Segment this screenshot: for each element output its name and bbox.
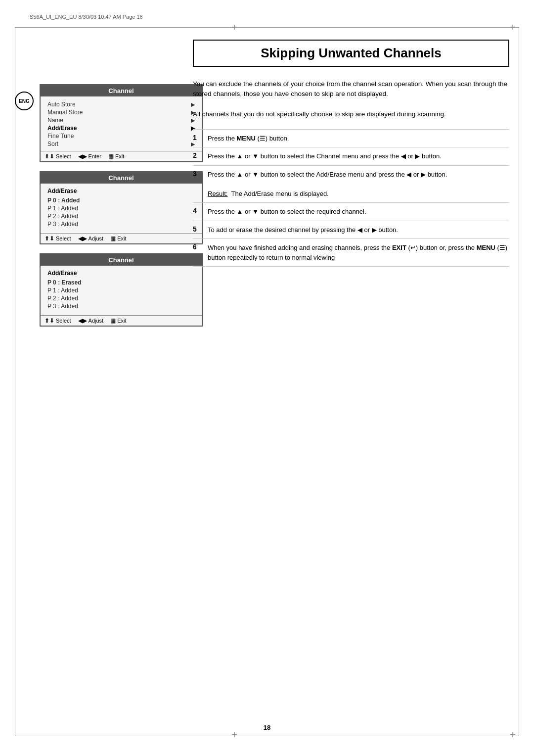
crosshair-bottom-right: [508, 730, 517, 739]
step-4-num: 4: [193, 207, 208, 215]
step-2: 2 Press the ▲ or ▼ button to select the …: [193, 147, 509, 166]
step-3-result-label: Result:: [208, 190, 227, 197]
screen2-footer-exit: ▦ Exit: [110, 235, 126, 242]
screen2-p3: P 3 : Added: [47, 220, 195, 228]
screen-mockup-2: Channel Add/Erase P 0 : Added P 1 : Adde…: [40, 171, 203, 244]
step-4-text: Press the ▲ or ▼ button to select the re…: [208, 207, 509, 217]
screen2-footer-select: ⬆⬇ Select: [44, 235, 71, 242]
intro-para2: All channels that you do not specificall…: [193, 109, 509, 119]
page-number: 18: [264, 724, 270, 731]
screen1-footer-select: ⬆⬇ Select: [44, 153, 71, 160]
step-1-text: Press the MENU (☰) button.: [208, 134, 509, 143]
menu-item-sort-label: Sort: [47, 141, 58, 147]
screen-mockup-3: Channel Add/Erase P 0 : Erased P 1 : Add…: [40, 253, 203, 327]
select3-updown-icon: ⬆⬇: [44, 317, 54, 324]
screen2-p0: P 0 : Added: [47, 196, 195, 204]
screen1-footer-enter: ◀▶ Enter: [78, 153, 101, 160]
screen3-footer-exit: ▦ Exit: [110, 317, 126, 324]
adjust3-leftright-icon: ◀▶: [78, 317, 87, 324]
steps-table: 1 Press the MENU (☰) button. 2 Press the…: [193, 129, 509, 267]
menu-item-adderase-label: Add/Erase: [47, 125, 77, 132]
screen3-footer: ⬆⬇ Select ◀▶ Adjust ▦ Exit: [41, 315, 202, 326]
step-6-num: 6: [193, 243, 208, 251]
screen3-footer-select: ⬆⬇ Select: [44, 317, 71, 324]
screen1-footer-exit: ▦ Exit: [108, 153, 124, 160]
screen1-exit-label: Exit: [115, 153, 124, 159]
screen2-body: Add/Erase P 0 : Added P 1 : Added P 2 : …: [41, 184, 202, 233]
menu-item-finetune: Fine Tune: [47, 132, 195, 140]
screen3-adjust-label: Adjust: [89, 318, 104, 324]
left-panel: Channel Auto Store ▶ Manual Store ▶ Name…: [40, 40, 203, 335]
menu-item-autostore: Auto Store ▶: [47, 100, 195, 108]
screen2-header: Channel: [41, 172, 202, 184]
exit2-grid-icon: ▦: [110, 235, 116, 242]
page-border-left: [15, 27, 15, 736]
screen1-header: Channel: [41, 85, 202, 96]
page-title-box: Skipping Unwanted Channels: [193, 40, 509, 67]
menu-item-adderase: Add/Erase ▶: [47, 124, 195, 132]
step-3-num: 3: [193, 170, 208, 178]
crosshair-bottom-left: [230, 730, 239, 739]
page-border-bottom: [15, 736, 519, 736]
adjust-leftright-icon: ◀▶: [78, 235, 87, 242]
screen2-adjust-label: Adjust: [89, 236, 104, 241]
step-2-num: 2: [193, 151, 208, 159]
screen3-section-title: Add/Erase: [47, 270, 195, 277]
select-updown-icon: ⬆⬇: [44, 153, 54, 160]
screen2-p1: P 1 : Added: [47, 204, 195, 212]
menu-item-name-label: Name: [47, 117, 63, 124]
screen3-footer-adjust: ◀▶ Adjust: [78, 317, 104, 324]
screen2-section-title: Add/Erase: [47, 188, 195, 194]
screen1-footer: ⬆⬇ Select ◀▶ Enter ▦ Exit: [41, 151, 202, 161]
step-6-text: When you have finished adding and erasin…: [208, 243, 509, 262]
screen3-header: Channel: [41, 254, 202, 266]
exit3-grid-icon: ▦: [110, 317, 116, 324]
screen3-p0: P 0 : Erased: [47, 279, 195, 286]
step-5-num: 5: [193, 225, 208, 233]
menu-item-sort: Sort ▶: [47, 140, 195, 148]
screen1-select-label: Select: [56, 153, 71, 159]
select2-updown-icon: ⬆⬇: [44, 235, 54, 242]
step-3-text: Press the ▲ or ▼ button to select the Ad…: [208, 170, 509, 199]
eng-badge: ENG: [15, 92, 34, 110]
screen2-footer-adjust: ◀▶ Adjust: [78, 235, 104, 242]
header-meta: S56A_UI_ENG_EU 8/30/03 10:47 AM Page 18: [30, 14, 143, 20]
step-5: 5 To add or erase the desired channel by…: [193, 221, 509, 239]
menu-item-name: Name ▶: [47, 116, 195, 124]
step-6: 6 When you have finished adding and eras…: [193, 239, 509, 267]
screen2-exit-label: Exit: [117, 236, 126, 241]
screen2-p2: P 2 : Added: [47, 212, 195, 220]
step-1-num: 1: [193, 134, 208, 142]
screen2-footer: ⬆⬇ Select ◀▶ Adjust ▦ Exit: [41, 233, 202, 243]
step-4: 4 Press the ▲ or ▼ button to select the …: [193, 203, 509, 221]
menu-item-manualstore-label: Manual Store: [47, 109, 83, 116]
crosshair-top-right: [508, 23, 517, 32]
enter-leftright-icon: ◀▶: [78, 153, 87, 160]
menu-item-autostore-label: Auto Store: [47, 101, 76, 108]
step-5-text: To add or erase the desired channel by p…: [208, 225, 509, 235]
step-1: 1 Press the MENU (☰) button.: [193, 130, 509, 148]
screen3-exit-label: Exit: [117, 318, 126, 324]
exit-grid-icon: ▦: [108, 153, 114, 160]
page-border-right: [519, 27, 519, 736]
screen-mockup-1: Channel Auto Store ▶ Manual Store ▶ Name…: [40, 84, 203, 162]
screen2-select-label: Select: [56, 236, 71, 241]
screen3-body: Add/Erase P 0 : Erased P 1 : Added P 2 :…: [41, 266, 202, 315]
screen3-p3: P 3 : Added: [47, 302, 195, 310]
screen1-enter-label: Enter: [89, 153, 101, 159]
screen1-body: Auto Store ▶ Manual Store ▶ Name ▶ Add/E…: [41, 96, 202, 151]
page-border-top: [15, 27, 519, 28]
page-title: Skipping Unwanted Channels: [204, 46, 498, 61]
right-content: You can exclude the channels of your cho…: [193, 79, 509, 267]
screen3-p1: P 1 : Added: [47, 286, 195, 294]
step-3: 3 Press the ▲ or ▼ button to select the …: [193, 166, 509, 203]
step-2-text: Press the ▲ or ▼ button to select the Ch…: [208, 151, 509, 161]
menu-item-finetune-label: Fine Tune: [47, 133, 74, 140]
menu-item-manualstore: Manual Store ▶: [47, 108, 195, 116]
screen3-select-label: Select: [56, 318, 71, 324]
crosshair-top-left: [230, 23, 239, 32]
screen3-p2: P 2 : Added: [47, 294, 195, 302]
intro-para1: You can exclude the channels of your cho…: [193, 79, 509, 99]
